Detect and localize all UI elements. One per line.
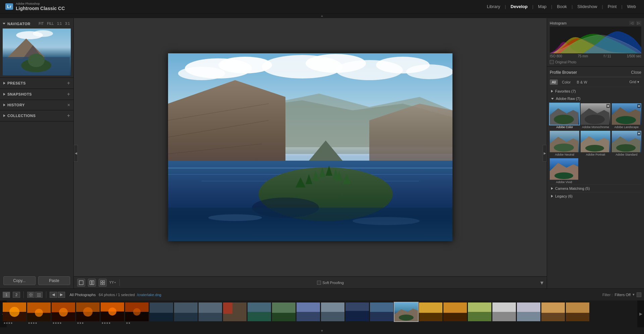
copy-button[interactable]: Copy...	[3, 276, 36, 285]
profile-adobe-standard[interactable]: ★ Adobe Standard	[612, 131, 641, 157]
profile-adobe-landscape[interactable]: ★ Adobe Landscape	[612, 103, 641, 129]
film-meta-4: ★★★	[76, 321, 100, 325]
history-title: History	[7, 103, 25, 107]
film-thumb-7[interactable]	[150, 302, 173, 325]
filter-bw-btn[interactable]: B & W	[575, 79, 589, 85]
snapshots-add[interactable]: +	[67, 91, 70, 97]
collections-section: Collections +	[0, 110, 73, 121]
history-close[interactable]: ×	[67, 102, 70, 108]
film-thumb-24[interactable]	[566, 302, 589, 325]
nav-develop[interactable]: Develop	[508, 3, 530, 10]
histogram-header[interactable]: Histogram ◁ ▷	[550, 19, 641, 26]
presets-header[interactable]: Presets +	[0, 78, 73, 89]
svg-rect-48	[101, 283, 102, 285]
page-1-btn[interactable]: 1	[3, 292, 10, 298]
profile-adobe-portrait[interactable]: Adobe Portrait	[581, 131, 610, 157]
film-thumb-23[interactable]	[541, 302, 565, 325]
survey-view-btn[interactable]	[99, 279, 107, 287]
film-thumb-1[interactable]: ★★★★	[3, 302, 26, 325]
top-collapse-bar[interactable]: ▲	[0, 13, 644, 18]
film-thumb-2[interactable]: ★★★★	[27, 302, 51, 325]
favorites-section-header[interactable]: Favorites (7)	[550, 87, 641, 95]
svg-rect-105	[248, 312, 271, 321]
collections-add[interactable]: +	[67, 113, 70, 119]
profile-thumb-adobe-portrait	[581, 131, 610, 152]
film-thumb-inner-18	[419, 302, 442, 321]
filter-dropdown-btn[interactable]: ▾	[633, 292, 635, 297]
profile-adobe-vivid[interactable]: Adobe Vivid	[550, 158, 578, 184]
left-panel-toggle[interactable]: ◀	[74, 145, 78, 162]
filter-color-btn[interactable]: Color	[560, 79, 573, 85]
film-thumb-5[interactable]: ★★★★	[101, 302, 124, 325]
filmstrip-scroll-right[interactable]: ▶	[637, 300, 644, 327]
camera-matching-header[interactable]: Camera Matching (5)	[550, 184, 641, 192]
fs-grid-view[interactable]	[27, 292, 35, 298]
original-photo-checkbox[interactable]	[550, 60, 554, 64]
right-panel-toggle[interactable]: ▶	[543, 145, 547, 162]
film-thumb-13[interactable]	[297, 302, 320, 325]
film-meta-3: ★★★★	[52, 321, 75, 325]
fs-list-view[interactable]	[35, 292, 43, 298]
film-thumb-inner-22	[517, 302, 540, 321]
original-photo-check[interactable]: Original Photo	[550, 59, 641, 65]
presets-add[interactable]: +	[67, 80, 70, 86]
bottom-strip[interactable]: ▼	[0, 327, 644, 334]
film-thumb-19[interactable]	[443, 302, 467, 325]
zoom-fit[interactable]: FIT	[38, 21, 45, 26]
nav-print[interactable]: Print	[605, 3, 620, 10]
paste-button[interactable]: Paste	[38, 276, 70, 285]
filter-options-btn[interactable]	[637, 292, 641, 297]
film-thumb-20[interactable]	[468, 302, 491, 325]
navigator-header[interactable]: Navigator FIT FILL 1:1 3:1	[3, 20, 71, 27]
filter-all-btn[interactable]: All	[550, 79, 558, 85]
collections-header[interactable]: Collections +	[0, 110, 73, 121]
profile-adobe-color[interactable]: Adobe Color	[550, 103, 579, 129]
legacy-header[interactable]: Legacy (6)	[550, 192, 641, 200]
film-thumb-21[interactable]	[492, 302, 516, 325]
film-thumb-12[interactable]	[272, 302, 296, 325]
fs-next-btn[interactable]: ▶	[58, 292, 65, 298]
page-2-btn[interactable]: 2	[13, 292, 20, 298]
film-thumb-8[interactable]	[174, 302, 198, 325]
history-header[interactable]: History ×	[0, 100, 73, 110]
adobe-raw-header[interactable]: Adobe Raw (7)	[550, 95, 641, 102]
compare-view-btn[interactable]	[88, 279, 96, 287]
nav-library[interactable]: Library	[484, 3, 503, 10]
nav-web[interactable]: Web	[625, 3, 639, 10]
navigator-preview[interactable]	[3, 29, 71, 75]
hist-clip-highlights[interactable]: ▷	[636, 21, 641, 25]
film-thumb-10[interactable]	[223, 302, 247, 325]
film-thumb-17[interactable]	[394, 302, 418, 325]
film-thumb-inner-14	[321, 302, 344, 321]
nav-map[interactable]: Map	[535, 3, 549, 10]
filter-value: Filters Off	[615, 293, 631, 297]
profile-adobe-neutral[interactable]: Adobe Neutral	[550, 131, 579, 157]
filmstrip-toggle[interactable]: ▾	[540, 279, 543, 286]
nav-slideshow[interactable]: Slideshow	[575, 3, 600, 10]
yy-dropdown[interactable]: YY ▾	[109, 281, 116, 284]
soft-proof-checkbox[interactable]	[317, 281, 321, 285]
profile-adobe-monochrome[interactable]: ★ Adobe Monochrome	[581, 103, 610, 129]
film-thumb-15[interactable]	[345, 302, 369, 325]
film-thumb-16[interactable]	[370, 302, 393, 325]
film-thumb-6[interactable]: ★★	[125, 302, 149, 325]
film-thumb-3[interactable]: ★★★★	[52, 302, 75, 325]
profile-browser-close[interactable]: Close	[631, 70, 641, 75]
film-thumb-14[interactable]	[321, 302, 344, 325]
film-thumb-18[interactable]	[419, 302, 442, 325]
film-thumb-22[interactable]	[517, 302, 540, 325]
zoom-fill[interactable]: FILL	[46, 21, 55, 26]
film-thumb-11[interactable]	[248, 302, 271, 325]
fs-prev-btn[interactable]: ◀	[50, 292, 57, 298]
grid-view-btn[interactable]: Grid ▾	[627, 79, 641, 85]
zoom-1-1[interactable]: 1:1	[56, 21, 63, 26]
photo-area[interactable]	[74, 18, 547, 276]
hist-clip-shadows[interactable]: ◁	[629, 21, 635, 25]
soft-proofing-check[interactable]: Soft Proofing	[317, 281, 344, 285]
film-thumb-4[interactable]: ★★★	[76, 302, 100, 325]
zoom-3-1[interactable]: 3:1	[64, 21, 71, 26]
loupe-view-btn[interactable]	[77, 279, 85, 287]
nav-book[interactable]: Book	[554, 3, 570, 10]
snapshots-header[interactable]: Snapshots +	[0, 89, 73, 100]
film-thumb-9[interactable]	[199, 302, 222, 325]
